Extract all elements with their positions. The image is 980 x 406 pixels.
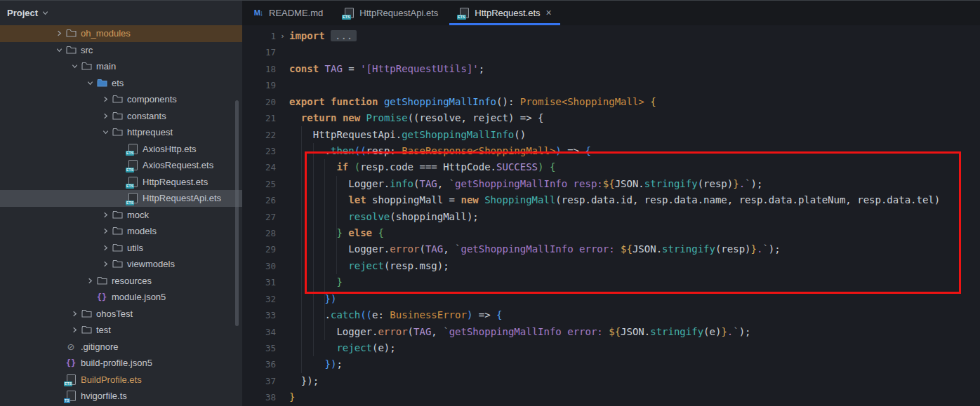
line-number[interactable]: 19 [242,77,276,93]
token-pl: (shoppingMall); [390,211,478,222]
chevron-down-icon[interactable] [84,77,95,88]
line-number[interactable]: 32 [242,291,276,307]
line-number[interactable]: 37 [242,373,276,389]
tree-item-src[interactable]: src [0,42,242,59]
tree-scrollbar[interactable] [235,100,239,326]
tree-item-constants[interactable]: constants [0,108,242,125]
chevron-right-icon[interactable] [100,226,111,237]
code-line[interactable]: 38} [242,389,980,405]
chevron-right-icon[interactable] [100,209,111,220]
code-line[interactable]: 35 reject(e); [242,340,980,356]
code-line[interactable]: 21 return new Promise((resolve, reject) … [242,110,980,126]
chevron-right-icon[interactable] [100,94,111,105]
code-line[interactable]: 19 [242,77,980,93]
chevron-right-icon[interactable] [53,28,65,39]
tree-item-models[interactable]: models [0,223,242,240]
line-number[interactable]: 33 [242,307,276,323]
tree-item-oh-modules[interactable]: oh_modules [0,25,242,42]
line-number[interactable]: 21 [242,110,276,126]
token-call: catch [331,309,360,320]
chevron-right-icon[interactable] [69,308,80,319]
line-number[interactable]: 24 [242,159,276,175]
tree-item-components[interactable]: components [0,91,242,108]
line-number[interactable]: 28 [242,225,276,241]
code-line[interactable]: 28 } else { [242,225,980,241]
tree-item-ohostest[interactable]: ohosTest [0,306,242,323]
code-line[interactable]: 1›import ... [242,28,980,44]
line-number[interactable]: 22 [242,127,276,143]
tree-item-hvigorfile-ts[interactable]: TShvigorfile.ts [0,388,242,405]
tab-readme-md[interactable]: M↓README.md [242,0,333,25]
line-number[interactable]: 31 [242,274,276,290]
line-number[interactable]: 34 [242,324,276,340]
tree-item-gitignore[interactable]: ⊘.gitignore [0,339,242,356]
code-line[interactable]: 25 Logger.info(TAG, `getShoppingMallInfo… [242,176,980,192]
tab-httprequestapi-ets[interactable]: ETSHttpRequestApi.ets [333,0,448,25]
tree-item-httprequestapi-ets[interactable]: ETSHttpRequestApi.ets [0,190,242,207]
chevron-right-icon[interactable] [100,242,111,253]
code-line[interactable]: 18const TAG = '[HttpRequestUtils]'; [242,61,980,77]
line-number[interactable]: 18 [242,61,276,77]
token-kw: const [289,63,319,74]
tree-item-module-json5[interactable]: {}module.json5 [0,289,242,306]
line-number[interactable]: 30 [242,258,276,274]
token-call: info [390,178,413,189]
chevron-right-icon[interactable] [69,325,80,336]
tree-item-mock[interactable]: mock [0,207,242,224]
tree-item-httprequest-ets[interactable]: ETSHttpRequest.ets [0,174,242,191]
code-text: HttpRequestApi.getShoppingMallInfo() [289,127,980,143]
line-number[interactable]: 35 [242,340,276,356]
ets-icon: ETS [126,193,139,204]
line-number[interactable]: 38 [242,389,276,405]
tree-item-label: AxiosHttp.ets [143,144,197,154]
tree-item-build-profile-json5[interactable]: {}build-profile.json5 [0,355,242,372]
fold-expand-icon[interactable]: › [276,28,289,44]
code-line[interactable]: 26 let shoppingMall = new ShoppingMall(r… [242,192,980,208]
tree-item-main[interactable]: main [0,58,242,75]
code-line[interactable]: 36 }); [242,356,980,372]
tree-item-viewmodels[interactable]: viewmodels [0,256,242,273]
line-number[interactable]: 27 [242,209,276,225]
chevron-down-icon[interactable] [69,61,80,72]
chevron-down-icon[interactable] [53,44,65,55]
line-number[interactable]: 36 [242,356,276,372]
code-line[interactable]: 34 Logger.error(TAG, `getShoppingMallInf… [242,324,980,340]
line-number[interactable]: 23 [242,143,276,159]
chevron-right-icon[interactable] [84,275,95,286]
tree-item-axioshttp-ets[interactable]: ETSAxiosHttp.ets [0,141,242,158]
code-editor[interactable]: 1›import ...1718const TAG = '[HttpReques… [242,25,980,406]
code-line[interactable]: 29 Logger.error(TAG, `getShoppingMallInf… [242,241,980,257]
tree-item-test[interactable]: test [0,322,242,339]
code-line[interactable]: 23 .then((resp: BaseResponse<ShoppingMal… [242,143,980,159]
chevron-right-icon[interactable] [100,259,111,270]
line-number[interactable]: 17 [242,44,276,60]
chevron-right-icon[interactable] [100,110,111,121]
tree-item-httprequest[interactable]: httprequest [0,124,242,141]
tree-item-resources[interactable]: resources [0,273,242,290]
line-number[interactable]: 26 [242,192,276,208]
code-line[interactable]: 27 resolve(shoppingMall); [242,209,980,225]
code-line[interactable]: 37 }); [242,373,980,389]
folder-icon [111,226,124,237]
tab-httprequest-ets[interactable]: ETSHttpRequest.ets× [448,0,561,25]
line-number[interactable]: 1 [242,28,276,44]
code-line[interactable]: 20export function getShoppingMallInfo():… [242,94,980,110]
project-panel-header[interactable]: Project [0,0,242,25]
chevron-down-icon[interactable] [100,127,111,138]
code-line[interactable]: 32 }) [242,291,980,307]
tree-item-axiosrequest-ets[interactable]: ETSAxiosRequest.ets [0,157,242,174]
code-line[interactable]: 22 HttpRequestApi.getShoppingMallInfo() [242,127,980,143]
tree-item-utils[interactable]: utils [0,240,242,257]
tree-item-ets[interactable]: ets [0,75,242,92]
code-line[interactable]: 30 reject(resp.msg); [242,258,980,274]
close-icon[interactable]: × [546,7,552,18]
line-number[interactable]: 20 [242,94,276,110]
code-line[interactable]: 17 [242,44,980,60]
line-number[interactable]: 25 [242,176,276,192]
line-number[interactable]: 29 [242,241,276,257]
token-br3: { [496,309,502,320]
code-line[interactable]: 31 } [242,274,980,290]
code-line[interactable]: 33 .catch((e: BusinessError) => { [242,307,980,323]
code-line[interactable]: 24 if (resp.code === HttpCode.SUCCESS) { [242,159,980,175]
tree-item-buildprofile-ets[interactable]: ETSBuildProfile.ets [0,372,242,388]
